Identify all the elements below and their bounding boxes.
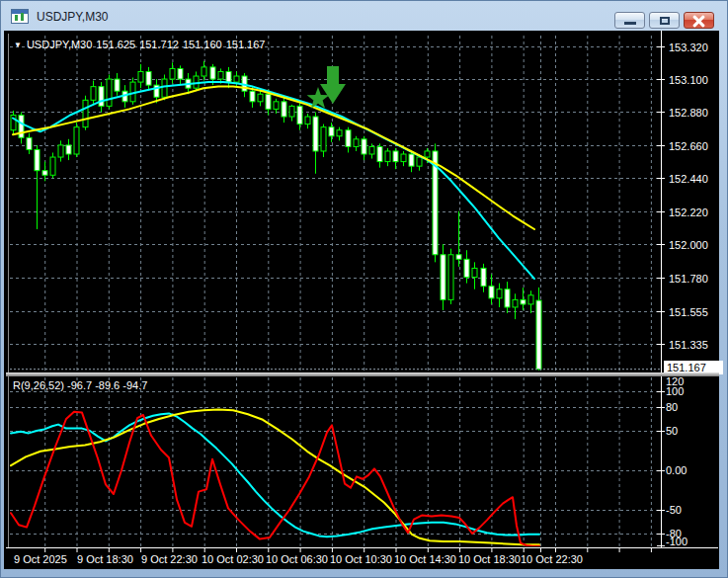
restore-icon [660, 17, 670, 25]
low-value: 151.160 [183, 39, 222, 50]
chart-ohlc-header: ▼USDJPY,M30151.625151.712151.160151.167 [14, 39, 269, 50]
ma-fast [13, 82, 534, 279]
pane-separator[interactable] [6, 372, 719, 376]
close-value: 151.167 [226, 39, 266, 50]
indicator-pane [10, 376, 661, 550]
chart-icon [11, 9, 29, 24]
minimize-button[interactable] [614, 12, 645, 29]
time-axis[interactable] [6, 548, 719, 569]
close-button[interactable] [684, 12, 714, 29]
title-bar[interactable]: USDJPY,M30 [4, 3, 717, 30]
chart-client-area: 153.320153.100152.880152.660152.440152.2… [4, 31, 719, 569]
open-value: 151.625 [96, 39, 135, 50]
collapse-indicators-icon[interactable]: ▼ [14, 41, 22, 49]
chart-window: USDJPY,M30 153.320153.100152.880152.6601… [0, 0, 728, 578]
restore-button[interactable] [649, 12, 680, 29]
price-chart[interactable]: 153.320153.100152.880152.660152.440152.2… [6, 31, 718, 569]
indicator-label: R(9,26,52) -96.7 -89.6 -94.7 [13, 379, 147, 391]
window-title: USDJPY,M30 [37, 10, 108, 24]
high-value: 151.712 [139, 39, 179, 50]
symbol-label: USDJPY,M30 [27, 39, 92, 50]
minimize-icon [624, 22, 636, 25]
window-controls [614, 12, 714, 29]
main-pane [10, 36, 661, 372]
price-axis[interactable] [662, 31, 719, 547]
